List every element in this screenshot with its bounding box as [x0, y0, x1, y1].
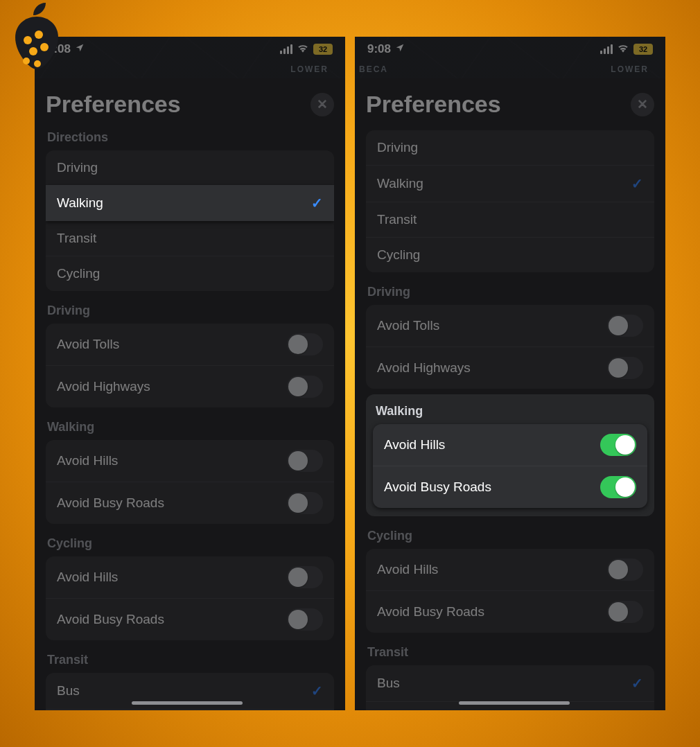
transit-option-subway[interactable]: Subway & Light Rail ✓ [46, 709, 334, 710]
toggle-row-avoid-highways: Avoid Highways [46, 365, 334, 407]
toggle-label: Avoid Highways [57, 379, 150, 394]
preferences-sheet: Preferences ✕ Driving Walking ✓ Transit [355, 78, 665, 710]
cellular-signal-icon [600, 44, 613, 54]
option-label: Transit [57, 231, 96, 246]
battery-indicator: 32 [313, 44, 333, 55]
cellular-signal-icon [280, 44, 292, 54]
direction-option-transit[interactable]: Transit [46, 221, 334, 256]
toggle-switch[interactable] [287, 492, 323, 514]
toggle-switch[interactable] [287, 608, 323, 631]
close-button[interactable]: ✕ [310, 93, 334, 116]
option-label: Driving [57, 160, 98, 175]
location-icon [395, 42, 405, 56]
scroll-indicator [132, 701, 243, 705]
toggle-switch[interactable] [607, 315, 643, 337]
driving-group: Avoid Tolls Avoid Highways [366, 305, 654, 389]
direction-option-driving[interactable]: Driving [46, 150, 334, 185]
toggle-switch[interactable] [287, 450, 323, 472]
direction-option-walking[interactable]: Walking ✓ [366, 165, 654, 202]
toggle-switch[interactable] [600, 434, 636, 456]
directions-group: Driving Walking ✓ Transit Cycling [46, 150, 334, 291]
toggle-label: Avoid Busy Roads [384, 480, 491, 495]
direction-option-driving[interactable]: Driving [366, 130, 654, 165]
screenshot-right: 9:08 32 BECA LOWER Prefere [355, 37, 665, 710]
option-label: Bus [377, 676, 400, 691]
toggle-switch[interactable] [607, 357, 643, 379]
direction-option-walking[interactable]: Walking ✓ [46, 185, 334, 221]
toggle-label: Avoid Busy Roads [57, 495, 164, 511]
screenshot-left: 9:08 32 LOWER Preferences [35, 37, 345, 710]
close-icon: ✕ [317, 96, 328, 112]
checkmark-icon: ✓ [631, 675, 643, 692]
battery-indicator: 32 [633, 44, 653, 55]
directions-group: Driving Walking ✓ Transit Cycling [366, 130, 654, 272]
toggle-switch[interactable] [607, 601, 643, 623]
toggle-label: Avoid Busy Roads [57, 612, 164, 627]
toggle-label: Avoid Hills [384, 437, 445, 452]
direction-option-cycling[interactable]: Cycling [46, 256, 334, 291]
map-label: LOWER [611, 64, 649, 74]
toggle-row-avoid-hills: Avoid Hills [366, 549, 654, 590]
option-label: Transit [377, 212, 417, 227]
toggle-label: Avoid Busy Roads [377, 604, 484, 619]
checkmark-icon: ✓ [311, 683, 323, 699]
svg-point-3 [40, 43, 49, 51]
toggle-row-avoid-busy-roads: Avoid Busy Roads [373, 466, 647, 508]
toggle-switch[interactable] [287, 566, 323, 588]
section-header-walking: Walking [376, 404, 654, 419]
option-label: Bus [57, 683, 80, 698]
status-bar: 9:08 32 [355, 37, 665, 62]
scroll-indicator [459, 701, 570, 705]
close-button[interactable]: ✕ [631, 93, 654, 116]
toggle-row-avoid-hills: Avoid Hills [46, 440, 334, 482]
map-label: BECA [359, 64, 388, 74]
wifi-icon [297, 42, 309, 56]
sheet-title: Preferences [46, 91, 181, 118]
checkmark-icon: ✓ [311, 195, 323, 211]
toggle-switch[interactable] [287, 333, 323, 355]
section-header-walking: Walking [47, 420, 334, 434]
direction-option-transit[interactable]: Transit [366, 202, 654, 237]
toggle-label: Avoid Tolls [377, 318, 439, 333]
map-background: 9:08 32 LOWER [35, 37, 345, 78]
option-label: Cycling [377, 247, 420, 263]
option-label: Walking [57, 195, 103, 211]
toggle-label: Avoid Highways [377, 360, 471, 376]
toggle-switch[interactable] [607, 559, 643, 581]
svg-point-2 [29, 47, 37, 55]
sheet-title: Preferences [366, 91, 501, 118]
cycling-group: Avoid Hills Avoid Busy Roads [46, 556, 334, 640]
svg-point-5 [34, 60, 41, 67]
toggle-switch[interactable] [287, 376, 323, 398]
toggle-label: Avoid Hills [57, 453, 118, 468]
preferences-sheet: Preferences ✕ Directions Driving Walking… [35, 78, 345, 710]
status-time: 9:08 [367, 42, 391, 56]
wifi-icon [617, 42, 629, 56]
close-icon: ✕ [637, 96, 648, 112]
option-label: Cycling [57, 266, 100, 281]
walking-group: Avoid Hills Avoid Busy Roads [373, 424, 647, 508]
svg-point-0 [24, 36, 32, 44]
svg-point-1 [35, 30, 43, 39]
toggle-label: Avoid Tolls [57, 337, 119, 352]
svg-point-4 [23, 58, 30, 64]
map-background: 9:08 32 BECA LOWER [355, 37, 665, 78]
section-header-cycling: Cycling [367, 529, 654, 543]
toggle-row-avoid-busy-roads: Avoid Busy Roads [46, 482, 334, 524]
section-header-cycling: Cycling [47, 536, 334, 551]
site-logo-icon [6, 0, 68, 76]
toggle-switch[interactable] [600, 476, 636, 498]
direction-option-cycling[interactable]: Cycling [366, 237, 654, 272]
toggle-row-avoid-hills: Avoid Hills [46, 556, 334, 598]
location-icon [75, 42, 85, 56]
toggle-label: Avoid Hills [57, 570, 118, 585]
toggle-row-avoid-hills: Avoid Hills [373, 424, 647, 466]
section-header-directions: Directions [47, 130, 334, 145]
transit-option-bus[interactable]: Bus ✓ [366, 665, 654, 701]
toggle-row-avoid-tolls: Avoid Tolls [366, 305, 654, 346]
walking-group: Avoid Hills Avoid Busy Roads [46, 440, 334, 524]
section-header-transit: Transit [47, 653, 334, 667]
toggle-row-avoid-highways: Avoid Highways [366, 346, 654, 389]
toggle-label: Avoid Hills [377, 562, 438, 577]
checkmark-icon: ✓ [631, 175, 643, 192]
